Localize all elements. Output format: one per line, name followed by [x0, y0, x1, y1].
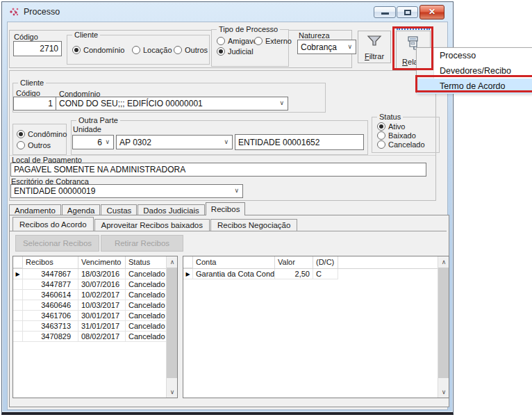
tipo-radio-label: Judicial [228, 47, 253, 56]
cliente-radio-label: Condomínio [83, 46, 124, 54]
scroll-up-icon[interactable]: ∧ [438, 256, 449, 268]
cliente-group-label: Cliente [72, 31, 100, 39]
scrollbar-thumb[interactable] [167, 268, 178, 378]
table-row[interactable]: 344787730/07/2016Cancelado [13, 279, 177, 290]
chevron-down-icon: ∨ [347, 43, 352, 50]
table-cell: 10/03/2017 [78, 300, 126, 311]
table-cell: C [313, 269, 338, 279]
codigo-label: Código [14, 33, 38, 41]
column-header[interactable]: Status [126, 256, 167, 268]
menu-item-devedores-recibo[interactable]: Devedores/Recibo [417, 63, 532, 79]
retirar-recibos-button[interactable]: Retirar Recibos [101, 235, 183, 252]
table-cell: 3470829 [23, 332, 78, 342]
minimize-button[interactable] [374, 6, 396, 18]
filtrar-button[interactable]: Filtrar [358, 31, 391, 63]
column-header[interactable]: Valor [275, 256, 313, 268]
status-group: Status AtivoBaixadoCancelado [372, 117, 440, 153]
scroll-down-icon[interactable]: ∨ [167, 386, 178, 398]
conta-grid: ContaValor(D/C) ▶Garantia da Cota Cond.(… [183, 256, 449, 398]
table-row[interactable]: 346371331/01/2017Cancelado [13, 321, 177, 332]
table-cell: 31/01/2017 [78, 321, 126, 332]
table-row[interactable]: 346170630/01/2017Cancelado [13, 311, 177, 321]
unit-name-select[interactable]: AP 0302 ∨ [116, 135, 233, 149]
app-icon [8, 6, 19, 17]
status-radio-label: Ativo [388, 122, 405, 131]
window-title: Processo [24, 7, 60, 17]
table-row[interactable]: ▶Garantia da Cota Cond.(S2,50C [183, 269, 449, 279]
chevron-down-icon: ∨ [279, 99, 284, 106]
table-cell: Cancelado [126, 321, 167, 332]
menu-item-processo[interactable]: Processo [417, 48, 532, 63]
table-cell: 3463713 [23, 321, 78, 332]
cliente-radio-label: Outros [185, 46, 208, 54]
tab-andamento[interactable]: Andamento [9, 204, 61, 215]
tipo-group-label: Tipo de Processo [217, 25, 280, 33]
table-cell: 30/01/2017 [78, 311, 126, 321]
close-button[interactable]: ✕ [419, 5, 444, 19]
local-pagamento-input[interactable]: PAGAVEL SOMENTE NA ADMINISTRADORA [10, 163, 426, 177]
entity-input[interactable]: ENTIDADE 00001652 [235, 134, 364, 150]
table-cell: 3461706 [23, 311, 78, 321]
tipo-radio-2[interactable]: Judicial [217, 47, 253, 56]
unit-number-select[interactable]: 6 ∨ [72, 135, 114, 149]
outra-parte-label: Outra Parte [76, 116, 120, 124]
recibos-grid-body: ▶344786718/03/2016Cancelado344787730/07/… [13, 269, 177, 342]
status-radio-2[interactable]: Cancelado [377, 140, 425, 149]
maximize-icon [404, 10, 411, 15]
column-header[interactable]: (D/C) [313, 256, 338, 268]
cliente-radio-1[interactable]: Locação [132, 46, 172, 54]
table-row[interactable]: 346061410/02/2017Cancelado [13, 290, 177, 300]
tab-recibos[interactable]: Recibos [206, 202, 246, 215]
table-row[interactable]: ▶344786718/03/2016Cancelado [13, 269, 177, 279]
natureza-select[interactable]: Cobrança ∨ [297, 40, 356, 54]
subtab-aproveitar-recibos-baixados[interactable]: Aproveitar Recibos baixados [94, 219, 210, 231]
column-header[interactable]: Vencimento [78, 256, 126, 268]
conta-grid-body: ▶Garantia da Cota Cond.(S2,50C [183, 269, 449, 279]
condominio-select[interactable]: COND DO SEU;;; EDIFÍCIO 00000001 ∨ [56, 97, 288, 111]
subtab-recibos-do-acordo[interactable]: Recibos do Acordo [13, 217, 94, 231]
row-marker [13, 332, 23, 342]
cliente-radio-2[interactable]: Outros [174, 46, 208, 54]
table-cell: 3447877 [23, 279, 78, 290]
cliente-section-label: Cliente [18, 79, 46, 87]
row-marker [13, 311, 23, 321]
scroll-up-icon[interactable]: ∧ [167, 256, 178, 268]
party-radio-1[interactable]: Outros [17, 141, 51, 149]
table-row[interactable]: 347082908/02/2017Cancelado [13, 332, 177, 342]
subtab-recibos-negociação[interactable]: Recibos Negociação [210, 219, 297, 231]
conta-grid-scrollbar[interactable]: ∧ ∨ [438, 256, 449, 398]
codigo-input[interactable]: 2710 [13, 41, 62, 56]
tab-custas[interactable]: Custas [101, 204, 137, 215]
cliente-radio-label: Locação [143, 46, 172, 54]
tab-dados-judiciais[interactable]: Dados Judiciais [138, 204, 205, 215]
selecionar-recibos-button[interactable]: Selecionar Recibos [15, 235, 99, 252]
scrollbar-thumb[interactable] [438, 268, 449, 378]
column-header[interactable]: Recibos [23, 256, 78, 268]
radio-icon [17, 141, 25, 149]
conta-grid-header: ContaValor(D/C) [183, 256, 449, 269]
table-row[interactable]: 346064610/03/2017Cancelado [13, 300, 177, 311]
tipo-radio-0[interactable]: Amigavel [217, 37, 259, 45]
funnel-icon [366, 35, 383, 47]
recibos-grid-scrollbar[interactable]: ∧ ∨ [166, 256, 177, 398]
party-radio-0[interactable]: Condômino [17, 130, 67, 138]
column-header[interactable]: Conta [193, 256, 275, 268]
current-row-icon: ▶ [13, 269, 23, 279]
status-radio-0[interactable]: Ativo [377, 122, 405, 131]
status-radio-1[interactable]: Baixado [377, 131, 416, 140]
minimize-icon [381, 13, 389, 15]
maximize-button[interactable] [397, 6, 418, 18]
tipo-radio-1[interactable]: Externo [254, 37, 292, 45]
unidade-label: Unidade [73, 125, 101, 133]
escritorio-select[interactable]: ENTIDADE 00000019 ∨ [10, 184, 243, 198]
client-area: Código 2710 Cliente CondomínioLocaçãoOut… [7, 22, 448, 410]
cliente-radio-0[interactable]: Condomínio [72, 46, 124, 54]
scroll-down-icon[interactable]: ∨ [438, 386, 449, 398]
table-cell: 30/07/2016 [78, 279, 126, 290]
table-cell: Cancelado [126, 279, 167, 290]
tab-agenda[interactable]: Agenda [62, 204, 101, 215]
relatorio-context-menu: ProcessoDevedores/ReciboTermo de Acordo [416, 47, 532, 93]
menu-item-termo-de-acordo[interactable]: Termo de Acordo [417, 79, 532, 94]
row-marker-column [183, 256, 193, 268]
cliente-codigo-input[interactable]: 1 [13, 97, 56, 111]
